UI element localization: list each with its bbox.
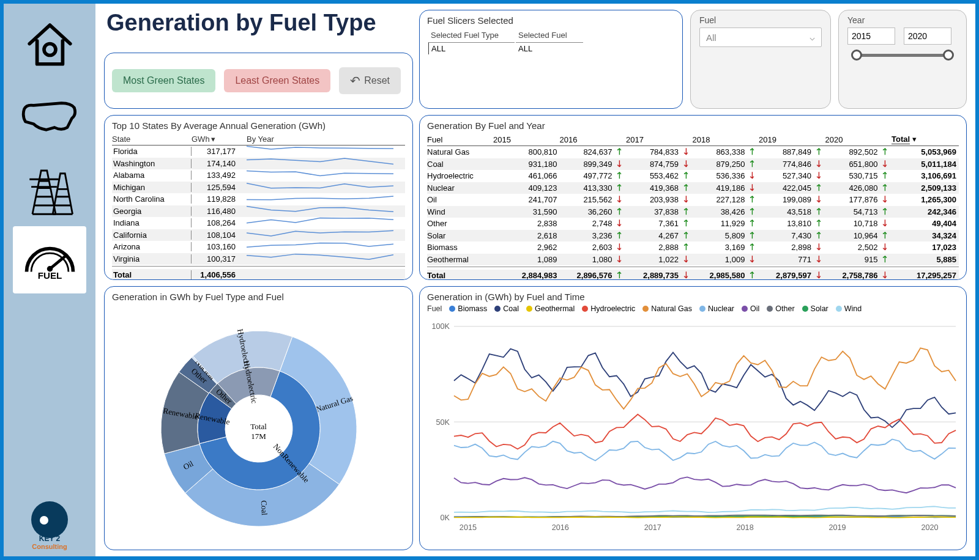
svg-text:2017: 2017	[644, 523, 661, 532]
table-row[interactable]: Natural Gas800,810 824,637 🡑784,833 🡓863…	[427, 146, 959, 158]
table-row[interactable]: Biomass2,962 2,603 🡓2,888 🡑3,169 🡑2,898 …	[427, 241, 959, 254]
fuel-gauge-icon: FUEL	[21, 231, 79, 289]
slicer-info-card: Fuel Slicers Selected Selected Fuel Type…	[419, 10, 683, 109]
svg-text:50K: 50K	[436, 418, 450, 427]
svg-text:Coal: Coal	[259, 500, 269, 516]
top-states-card: Top 10 States By Average Annual Generati…	[104, 115, 413, 280]
page-title: Generation by Fuel Type	[104, 10, 413, 46]
table-row[interactable]: Hydroelectric461,066 497,772 🡑553,462 🡑5…	[427, 170, 959, 182]
table-row[interactable]: Florida317,177	[112, 146, 405, 158]
sort-desc-icon: ▾	[912, 134, 917, 144]
button-panel: Most Green States Least Green States ↶ R…	[104, 53, 413, 109]
svg-text:FUEL: FUEL	[37, 270, 62, 280]
home-icon	[21, 15, 79, 73]
table-row[interactable]: Wind31,590 36,260 🡑37,838 🡑38,426 🡑43,51…	[427, 206, 959, 218]
svg-text:2015: 2015	[460, 523, 477, 532]
table-row[interactable]: Solar2,618 3,236 🡑4,267 🡑5,809 🡑7,430 🡑1…	[427, 230, 959, 242]
svg-text:100K: 100K	[432, 322, 450, 331]
table-row[interactable]: Coal931,180 899,349 🡓874,759 🡓879,250 🡑7…	[427, 158, 959, 171]
table-row[interactable]: Georgia116,480	[112, 205, 405, 218]
donut-card: Generation in GWh by Fuel Type and Fuel …	[104, 286, 413, 550]
year-from-input[interactable]	[847, 28, 895, 45]
nav-transmission[interactable]	[13, 154, 86, 221]
line-chart[interactable]: 0K50K100K201520162017201820192020	[426, 322, 960, 533]
svg-text:0K: 0K	[441, 514, 450, 522]
table-row[interactable]: Alabama133,492	[112, 169, 405, 182]
table-row[interactable]: Other2,838 2,748 🡓7,361 🡑11,929 🡑13,810 …	[427, 218, 959, 230]
fuel-dropdown[interactable]: All	[699, 28, 822, 47]
donut-center-label: Total 17M	[250, 422, 267, 441]
table-row[interactable]: Oil241,707 215,562 🡓203,938 🡓227,128 🡑19…	[427, 194, 959, 206]
nav-map[interactable]	[13, 82, 86, 149]
line-card: Generation in (GWh) by Fuel and Time Fue…	[419, 286, 967, 550]
svg-text:2016: 2016	[552, 523, 569, 532]
most-green-button[interactable]: Most Green States	[112, 69, 215, 92]
fuel-slicer: Fuel All	[690, 10, 831, 109]
svg-text:2019: 2019	[828, 523, 846, 532]
table-row[interactable]: Total2,884,983 2,896,576 🡑2,889,735 🡓2,9…	[427, 270, 959, 280]
line-legend: FuelBiomassCoalGeothermalHydroelectricNa…	[427, 304, 959, 313]
table-row[interactable]: Indiana108,264	[112, 217, 405, 229]
year-to-input[interactable]	[904, 28, 951, 45]
table-row[interactable]: North Carolina119,828	[112, 193, 405, 205]
sidebar: FUEL KEY 2 Consulting	[4, 4, 95, 556]
pylon-icon	[21, 159, 79, 217]
fuel-year-card: Generation By Fuel and Year Fuel 2015 20…	[419, 115, 967, 280]
reset-button[interactable]: ↶ Reset	[339, 67, 401, 94]
year-slicer: Year	[838, 10, 967, 109]
year-range-slider[interactable]	[851, 48, 954, 63]
table-row[interactable]: Geothermal1,089 1,080 🡓1,022 🡓1,009 🡓771…	[427, 254, 959, 266]
table-row[interactable]: California108,104	[112, 229, 405, 241]
sort-desc-icon: ▾	[211, 134, 215, 144]
table-row[interactable]: Michigan125,594	[112, 182, 405, 194]
table-row[interactable]: Washington174,140	[112, 158, 405, 170]
nav-fuel[interactable]: FUEL	[13, 226, 86, 293]
table-row[interactable]: Arizona103,160	[112, 241, 405, 253]
svg-text:2018: 2018	[737, 523, 754, 532]
least-green-button[interactable]: Least Green States	[224, 69, 330, 92]
table-row[interactable]: Virginia100,317	[112, 253, 405, 265]
nav-home[interactable]	[13, 10, 86, 77]
logo: KEY 2 Consulting	[13, 501, 86, 550]
undo-icon: ↶	[350, 73, 360, 88]
table-row[interactable]: Nuclear409,123 413,330 🡑419,368 🡑419,186…	[427, 182, 959, 194]
usa-map-icon	[21, 87, 79, 145]
svg-text:2020: 2020	[921, 523, 938, 532]
